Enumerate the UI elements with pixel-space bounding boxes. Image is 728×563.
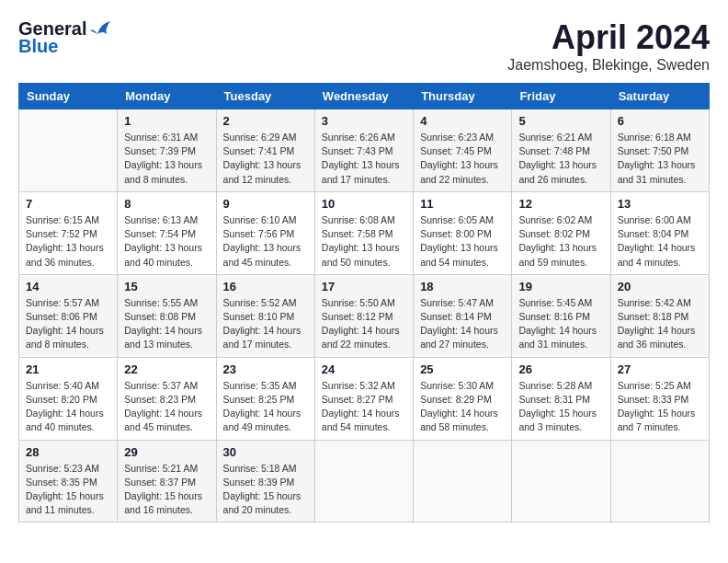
- calendar-cell: 22Sunrise: 5:37 AMSunset: 8:23 PMDayligh…: [118, 357, 216, 440]
- calendar-cell: 3Sunrise: 6:26 AMSunset: 7:43 PMDaylight…: [314, 109, 413, 192]
- day-info: Sunrise: 6:26 AMSunset: 7:43 PMDaylight:…: [322, 131, 406, 187]
- day-info: Sunrise: 6:21 AMSunset: 7:48 PMDaylight:…: [518, 131, 603, 187]
- day-number: 19: [518, 280, 603, 293]
- day-info: Sunrise: 5:40 AMSunset: 8:20 PMDaylight:…: [26, 379, 110, 435]
- day-number: 6: [618, 114, 702, 128]
- day-number: 8: [124, 197, 209, 211]
- calendar-cell: [414, 440, 512, 523]
- day-number: 24: [322, 362, 406, 376]
- day-info: Sunrise: 6:02 AMSunset: 8:02 PMDaylight:…: [518, 213, 603, 270]
- day-info: Sunrise: 5:23 AMSunset: 8:35 PMDaylight:…: [26, 462, 110, 518]
- calendar-cell: 14Sunrise: 5:57 AMSunset: 8:06 PMDayligh…: [19, 274, 118, 357]
- logo-blue: Blue: [18, 36, 58, 57]
- calendar-cell: [512, 440, 610, 523]
- calendar-cell: 19Sunrise: 5:45 AMSunset: 8:16 PMDayligh…: [512, 274, 610, 357]
- day-info: Sunrise: 6:31 AMSunset: 7:39 PMDaylight:…: [124, 131, 209, 187]
- header-monday: Monday: [118, 84, 216, 109]
- calendar-cell: 5Sunrise: 6:21 AMSunset: 7:48 PMDaylight…: [512, 109, 610, 192]
- day-number: 25: [420, 362, 505, 376]
- day-info: Sunrise: 5:30 AMSunset: 8:29 PMDaylight:…: [420, 379, 505, 435]
- header-tuesday: Tuesday: [216, 84, 314, 109]
- logo-bird-icon: [90, 21, 110, 38]
- calendar-cell: 13Sunrise: 6:00 AMSunset: 8:04 PMDayligh…: [610, 191, 709, 274]
- calendar-cell: 30Sunrise: 5:18 AMSunset: 8:39 PMDayligh…: [216, 440, 314, 523]
- calendar-cell: 17Sunrise: 5:50 AMSunset: 8:12 PMDayligh…: [314, 274, 413, 357]
- header-thursday: Thursday: [414, 84, 512, 109]
- month-title: April 2024: [507, 18, 710, 57]
- calendar-cell: 25Sunrise: 5:30 AMSunset: 8:29 PMDayligh…: [414, 357, 512, 440]
- day-number: 7: [26, 197, 110, 211]
- weekday-header-row: SundayMondayTuesdayWednesdayThursdayFrid…: [19, 84, 710, 109]
- calendar-cell: [314, 440, 413, 523]
- day-info: Sunrise: 6:13 AMSunset: 7:54 PMDaylight:…: [124, 213, 209, 270]
- header-saturday: Saturday: [610, 84, 709, 109]
- calendar-cell: 15Sunrise: 5:55 AMSunset: 8:08 PMDayligh…: [118, 274, 216, 357]
- day-info: Sunrise: 6:23 AMSunset: 7:45 PMDaylight:…: [420, 131, 505, 187]
- day-info: Sunrise: 5:55 AMSunset: 8:08 PMDaylight:…: [124, 296, 209, 352]
- day-number: 28: [26, 445, 110, 459]
- day-info: Sunrise: 5:52 AMSunset: 8:10 PMDaylight:…: [223, 296, 308, 352]
- calendar-cell: 1Sunrise: 6:31 AMSunset: 7:39 PMDaylight…: [118, 109, 216, 192]
- day-info: Sunrise: 6:29 AMSunset: 7:41 PMDaylight:…: [223, 131, 308, 187]
- day-info: Sunrise: 5:35 AMSunset: 8:25 PMDaylight:…: [223, 379, 308, 435]
- day-number: 13: [618, 197, 702, 211]
- day-info: Sunrise: 6:15 AMSunset: 7:52 PMDaylight:…: [26, 213, 110, 270]
- day-number: 14: [26, 280, 110, 293]
- calendar-week-row: 21Sunrise: 5:40 AMSunset: 8:20 PMDayligh…: [19, 357, 710, 440]
- day-number: 5: [518, 114, 603, 128]
- calendar-cell: 6Sunrise: 6:18 AMSunset: 7:50 PMDaylight…: [610, 109, 709, 192]
- day-info: Sunrise: 5:21 AMSunset: 8:37 PMDaylight:…: [124, 462, 209, 518]
- calendar-cell: 28Sunrise: 5:23 AMSunset: 8:35 PMDayligh…: [19, 440, 118, 523]
- calendar-cell: 2Sunrise: 6:29 AMSunset: 7:41 PMDaylight…: [216, 109, 314, 192]
- calendar-cell: 29Sunrise: 5:21 AMSunset: 8:37 PMDayligh…: [118, 440, 216, 523]
- day-info: Sunrise: 6:18 AMSunset: 7:50 PMDaylight:…: [618, 131, 702, 187]
- day-info: Sunrise: 5:50 AMSunset: 8:12 PMDaylight:…: [322, 296, 406, 352]
- header: General Blue April 2024 Jaemshoeg, Bleki…: [18, 18, 710, 74]
- calendar-week-row: 7Sunrise: 6:15 AMSunset: 7:52 PMDaylight…: [19, 191, 710, 274]
- title-area: April 2024 Jaemshoeg, Blekinge, Sweden: [507, 18, 710, 74]
- day-number: 4: [420, 114, 505, 128]
- day-info: Sunrise: 5:37 AMSunset: 8:23 PMDaylight:…: [124, 379, 209, 435]
- calendar-week-row: 14Sunrise: 5:57 AMSunset: 8:06 PMDayligh…: [19, 274, 710, 357]
- logo: General Blue: [18, 18, 110, 57]
- calendar-cell: 20Sunrise: 5:42 AMSunset: 8:18 PMDayligh…: [610, 274, 709, 357]
- day-number: 21: [26, 362, 110, 376]
- day-number: 26: [518, 362, 603, 376]
- calendar-cell: 4Sunrise: 6:23 AMSunset: 7:45 PMDaylight…: [414, 109, 512, 192]
- day-number: 27: [618, 362, 702, 376]
- day-number: 11: [420, 197, 505, 211]
- calendar-cell: 16Sunrise: 5:52 AMSunset: 8:10 PMDayligh…: [216, 274, 314, 357]
- day-info: Sunrise: 6:00 AMSunset: 8:04 PMDaylight:…: [618, 213, 702, 270]
- header-sunday: Sunday: [19, 84, 118, 109]
- day-number: 9: [223, 197, 308, 211]
- day-number: 17: [322, 280, 406, 293]
- calendar: SundayMondayTuesdayWednesdayThursdayFrid…: [18, 83, 710, 523]
- day-info: Sunrise: 6:05 AMSunset: 8:00 PMDaylight:…: [420, 213, 505, 270]
- calendar-cell: 7Sunrise: 6:15 AMSunset: 7:52 PMDaylight…: [19, 191, 118, 274]
- calendar-cell: 23Sunrise: 5:35 AMSunset: 8:25 PMDayligh…: [216, 357, 314, 440]
- day-info: Sunrise: 5:42 AMSunset: 8:18 PMDaylight:…: [618, 296, 702, 352]
- day-info: Sunrise: 5:25 AMSunset: 8:33 PMDaylight:…: [618, 379, 702, 435]
- day-info: Sunrise: 6:10 AMSunset: 7:56 PMDaylight:…: [223, 213, 308, 270]
- calendar-cell: 12Sunrise: 6:02 AMSunset: 8:02 PMDayligh…: [512, 191, 610, 274]
- day-number: 23: [223, 362, 308, 376]
- day-number: 30: [223, 445, 308, 459]
- header-wednesday: Wednesday: [314, 84, 413, 109]
- day-info: Sunrise: 5:32 AMSunset: 8:27 PMDaylight:…: [322, 379, 406, 435]
- calendar-cell: 21Sunrise: 5:40 AMSunset: 8:20 PMDayligh…: [19, 357, 118, 440]
- day-info: Sunrise: 5:18 AMSunset: 8:39 PMDaylight:…: [223, 462, 308, 518]
- day-number: 15: [124, 280, 209, 293]
- day-number: 12: [518, 197, 603, 211]
- day-number: 22: [124, 362, 209, 376]
- day-number: 10: [322, 197, 406, 211]
- calendar-cell: 9Sunrise: 6:10 AMSunset: 7:56 PMDaylight…: [216, 191, 314, 274]
- calendar-cell: 8Sunrise: 6:13 AMSunset: 7:54 PMDaylight…: [118, 191, 216, 274]
- day-info: Sunrise: 5:45 AMSunset: 8:16 PMDaylight:…: [518, 296, 603, 352]
- calendar-cell: 11Sunrise: 6:05 AMSunset: 8:00 PMDayligh…: [414, 191, 512, 274]
- calendar-cell: [610, 440, 709, 523]
- day-info: Sunrise: 5:57 AMSunset: 8:06 PMDaylight:…: [26, 296, 110, 352]
- calendar-cell: [19, 109, 118, 192]
- day-number: 1: [124, 114, 209, 128]
- calendar-week-row: 28Sunrise: 5:23 AMSunset: 8:35 PMDayligh…: [19, 440, 710, 523]
- calendar-week-row: 1Sunrise: 6:31 AMSunset: 7:39 PMDaylight…: [19, 109, 710, 192]
